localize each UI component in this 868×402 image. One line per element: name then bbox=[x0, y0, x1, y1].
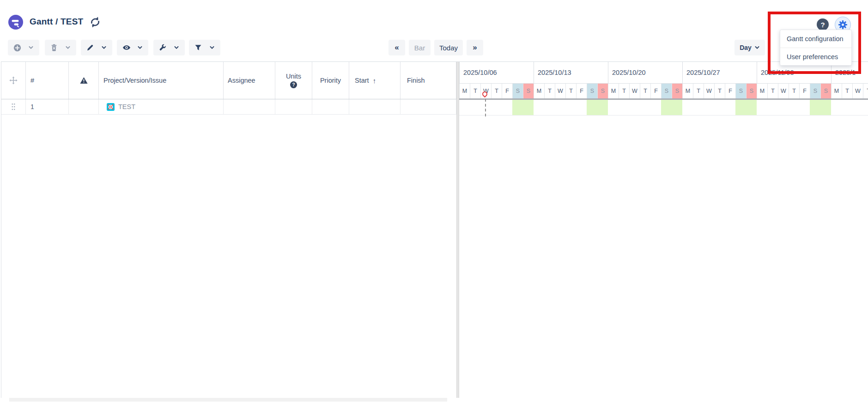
timeline-day-cell: W bbox=[704, 84, 714, 98]
delete-task-button[interactable] bbox=[45, 40, 76, 55]
timeline-day-cell: T bbox=[470, 84, 480, 98]
drag-grip-icon[interactable] bbox=[11, 103, 16, 110]
timeline-day-cell: M bbox=[682, 84, 693, 98]
gear-icon bbox=[838, 20, 848, 30]
chevron-down-icon bbox=[209, 45, 215, 50]
timeline-day-cell: S bbox=[672, 84, 682, 98]
timeline-day-cell: T bbox=[714, 84, 725, 98]
column-header-drag bbox=[1, 62, 26, 99]
row-warning-cell bbox=[69, 99, 99, 114]
warning-icon bbox=[80, 77, 88, 84]
gantt-app: Gantt / TEST bbox=[0, 0, 868, 402]
time-scale-select[interactable]: Day bbox=[734, 40, 765, 55]
row-finish-cell bbox=[401, 99, 456, 114]
timeline-week-header: 2025/10/20 bbox=[608, 62, 682, 83]
scroll-left-button[interactable]: « bbox=[388, 40, 405, 55]
row-units-cell bbox=[275, 99, 312, 114]
timeline-day-cell: S bbox=[661, 84, 672, 98]
help-icon[interactable]: ? bbox=[817, 18, 829, 30]
menu-item-gantt-configuration[interactable]: Gantt configuration bbox=[780, 30, 851, 48]
row-number-cell: 1 bbox=[26, 99, 69, 114]
timeline-days-row: MTWTFSSMTWTFSSMTWTFSSMTWTFSSMTWTFSSMTWTF… bbox=[459, 84, 868, 100]
project-avatar bbox=[107, 103, 115, 111]
horizontal-scrollbar[interactable] bbox=[9, 398, 447, 402]
sort-ascending-icon: ↑ bbox=[373, 77, 376, 85]
timeline-day-cell: M bbox=[534, 84, 544, 98]
chevron-down-icon bbox=[174, 45, 179, 50]
timeline-day-cell: T bbox=[565, 84, 576, 98]
page-title: Gantt / TEST bbox=[30, 17, 83, 27]
add-task-button[interactable] bbox=[8, 40, 39, 55]
grid-header-row: # Project/Version/Issue Assignee Units ?… bbox=[1, 62, 456, 99]
timeline-panel: 2025/10/062025/10/132025/10/202025/10/27… bbox=[459, 62, 868, 398]
timeline-day-cell: S bbox=[512, 84, 523, 98]
menu-item-user-preferences[interactable]: User preferences bbox=[780, 48, 851, 65]
eye-icon bbox=[122, 44, 131, 51]
timeline-day-cell: W bbox=[555, 84, 565, 98]
project-name: TEST bbox=[118, 103, 135, 110]
timeline-week-header: 2025/10/13 bbox=[534, 62, 608, 83]
gantt-logo-icon bbox=[8, 15, 23, 30]
timeline-day-cell: F bbox=[799, 84, 810, 98]
column-header-project[interactable]: Project/Version/Issue bbox=[99, 62, 224, 99]
bar-button[interactable]: Bar bbox=[409, 40, 431, 55]
chevron-down-icon bbox=[28, 45, 34, 50]
row-project-cell[interactable]: TEST bbox=[99, 99, 224, 114]
column-header-start[interactable]: Start ↑ bbox=[349, 62, 401, 99]
timeline-day-cell: T bbox=[619, 84, 629, 98]
view-options-button[interactable] bbox=[117, 40, 148, 55]
wrench-icon bbox=[159, 44, 166, 51]
timeline-day-cell: T bbox=[863, 84, 868, 98]
trash-icon bbox=[50, 44, 58, 51]
start-label: Start bbox=[355, 77, 369, 84]
column-header-priority[interactable]: Priority bbox=[312, 62, 349, 99]
timeline-day-cell: M bbox=[608, 84, 619, 98]
timeline-day-cell: T bbox=[789, 84, 799, 98]
refresh-icon[interactable] bbox=[89, 16, 101, 28]
filter-icon bbox=[194, 44, 202, 51]
tools-button[interactable] bbox=[153, 40, 185, 55]
plus-circle-icon bbox=[13, 44, 21, 52]
timeline-week-header: 2025/10/06 bbox=[459, 62, 534, 83]
move-icon bbox=[9, 76, 18, 85]
row-start-cell bbox=[349, 99, 401, 114]
column-header-num[interactable]: # bbox=[26, 62, 69, 99]
scroll-right-button[interactable]: » bbox=[467, 40, 483, 55]
timeline-day-cell: S bbox=[820, 84, 831, 98]
timeline-day-cell: T bbox=[767, 84, 778, 98]
row-drag-cell[interactable] bbox=[1, 99, 26, 114]
timeline-day-cell: W bbox=[629, 84, 640, 98]
timeline-day-cell: S bbox=[735, 84, 746, 98]
column-header-assignee[interactable]: Assignee bbox=[224, 62, 275, 99]
weekend-highlight bbox=[810, 100, 831, 115]
timeline-day-cell: S bbox=[810, 84, 820, 98]
units-label: Units bbox=[286, 73, 301, 80]
time-scale-value: Day bbox=[740, 44, 752, 51]
pencil-icon bbox=[86, 44, 94, 51]
timeline-day-cell: S bbox=[597, 84, 608, 98]
filter-button[interactable] bbox=[189, 40, 220, 55]
timeline-day-cell: M bbox=[831, 84, 842, 98]
timeline-row-band bbox=[459, 100, 868, 116]
timeline-day-cell: T bbox=[842, 84, 852, 98]
timeline-day-cell: M bbox=[757, 84, 767, 98]
chevron-down-icon bbox=[101, 45, 107, 50]
timeline-day-cell: F bbox=[725, 84, 735, 98]
edit-button[interactable] bbox=[81, 40, 112, 55]
settings-menu: Gantt configuration User preferences bbox=[780, 30, 852, 66]
timeline-day-cell: F bbox=[576, 84, 587, 98]
timeline-day-cell: F bbox=[502, 84, 512, 98]
timeline-day-cell: T bbox=[640, 84, 650, 98]
weekend-highlight bbox=[661, 100, 682, 115]
table-row[interactable]: 1 TEST bbox=[1, 99, 456, 115]
units-help-icon[interactable]: ? bbox=[290, 81, 297, 88]
chevron-down-icon bbox=[754, 45, 760, 50]
weekend-highlight bbox=[512, 100, 534, 115]
timeline-day-cell: F bbox=[650, 84, 661, 98]
timeline-day-cell: W bbox=[852, 84, 863, 98]
today-button[interactable]: Today bbox=[434, 40, 463, 55]
column-header-units[interactable]: Units ? bbox=[275, 62, 312, 99]
timeline-day-cell: M bbox=[459, 84, 470, 98]
column-header-finish[interactable]: Finish bbox=[401, 62, 456, 99]
weekend-highlight bbox=[587, 100, 608, 115]
